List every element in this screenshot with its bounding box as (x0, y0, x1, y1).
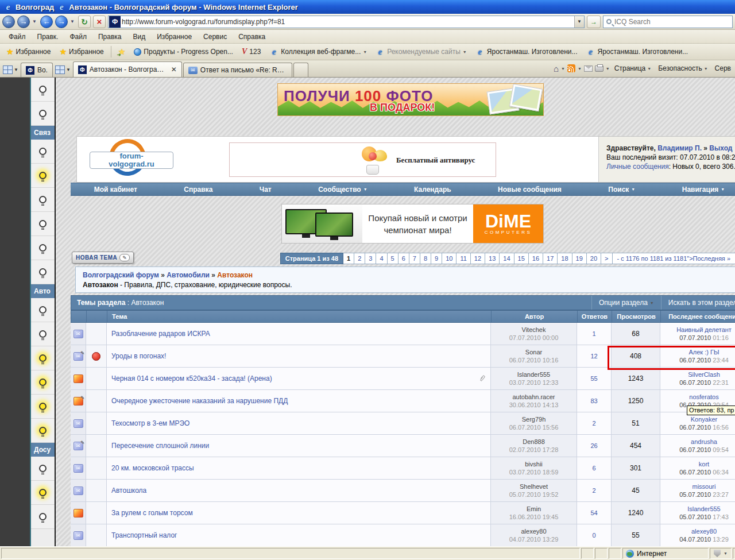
breadcrumb-mid-link[interactable]: Автомобили (167, 271, 210, 279)
sidebar-forum-cell[interactable] (31, 346, 55, 370)
favorites-item-6[interactable]: eРекомендуемые сайты▼ (372, 46, 470, 58)
section-options-button[interactable]: Опции раздела▼ (591, 296, 661, 310)
menu-item-4[interactable]: Вид (128, 32, 151, 42)
page-link-2[interactable]: 2 (354, 253, 365, 264)
page-link-20[interactable]: 20 (587, 253, 601, 264)
menu-item-7[interactable]: Справка (233, 32, 270, 42)
sidebar-forum-cell[interactable] (31, 370, 55, 395)
tab-list-dropdown-icon[interactable]: ▼ (66, 67, 71, 72)
table-header-views[interactable]: Просмотров (612, 311, 661, 322)
menu-item-6[interactable]: Сервис (198, 32, 232, 42)
topic-title-link[interactable]: Автошкола (111, 486, 486, 495)
sidebar-forum-cell[interactable] (31, 212, 55, 236)
address-bar[interactable]: Ф ▼ (108, 16, 585, 28)
forward-button-ghost[interactable]: → (17, 16, 30, 28)
last-poster-link[interactable]: missouri (693, 482, 716, 491)
topic-title-link[interactable]: Техосмотр в 3-ем МРЭО (111, 419, 486, 427)
browser-tab-1[interactable]: ФАвтозакон - Волгоград...✕ (73, 61, 182, 77)
page-link-10[interactable]: 10 (442, 253, 457, 264)
topic-title-link[interactable]: За рулем с голым торсом (111, 509, 486, 517)
favorites-item-5[interactable]: eКоллекция веб-фрагме...▼ (266, 46, 370, 58)
username-link[interactable]: Владимир П. (657, 144, 702, 152)
page-link-5[interactable]: 5 (388, 253, 399, 264)
table-header-replies[interactable]: Ответов (578, 311, 612, 322)
forum-nav-item-7[interactable]: Навигация▼ (682, 186, 725, 194)
page-link-12[interactable]: 12 (471, 253, 485, 264)
favorites-item-8[interactable]: eЯростанмаш. Изготовлени... (582, 46, 691, 58)
sidebar-forum-cell[interactable] (31, 322, 55, 346)
chevron-down-icon[interactable]: ▼ (606, 67, 610, 71)
menu-item-2[interactable]: Файл (64, 32, 92, 42)
home-icon[interactable]: ⌂ (554, 64, 559, 74)
last-poster-link[interactable]: nosferatos (689, 393, 718, 401)
quick-tabs-icon[interactable] (3, 65, 13, 74)
replies-count-link[interactable]: 2 (592, 420, 595, 427)
table-header-lastpost[interactable]: Последнее сообщение (661, 311, 735, 322)
chevron-down-icon[interactable]: ▼ (561, 67, 565, 71)
favorites-item-7[interactable]: eЯростанмаш. Изготовлени... (472, 46, 581, 58)
menu-item-1[interactable]: Правк. (32, 32, 64, 42)
forum-nav-item-2[interactable]: Чат (260, 186, 272, 194)
last-page-link[interactable]: - с 1176 по 1181 из 1181">Последняя » (613, 253, 735, 264)
back-button-ghost[interactable]: ← (2, 16, 15, 28)
forum-nav-item-3[interactable]: Сообщество▼ (318, 186, 367, 194)
sidebar-forum-cell[interactable] (31, 260, 55, 284)
sidebar-forum-cell[interactable] (31, 188, 55, 212)
command-bar-item-0[interactable]: Страница▼ (612, 63, 653, 74)
page-link-14[interactable]: 14 (500, 253, 514, 264)
private-messages-link[interactable]: Личные сообщения (606, 163, 669, 171)
page-link-17[interactable]: 17 (543, 253, 558, 264)
header-ad-antivirus[interactable]: Бесплатный антивирус (229, 142, 496, 177)
page-link-9[interactable]: 9 (431, 253, 442, 264)
last-poster-link[interactable]: Konyaker (691, 415, 717, 423)
replies-count-link[interactable]: 1 (592, 330, 595, 337)
search-box[interactable] (603, 16, 733, 28)
replies-count-link[interactable]: 83 (590, 397, 597, 404)
sidebar-forum-cell[interactable] (31, 395, 55, 419)
table-header-author[interactable]: Автор (492, 311, 578, 322)
command-bar-item-1[interactable]: Безопасность▼ (656, 63, 710, 74)
top-ad-banner[interactable]: ПОЛУЧИ 100 ФОТО В ПОДАРОК! (277, 83, 544, 116)
page-link-3[interactable]: 3 (365, 253, 376, 264)
sidebar-forum-cell[interactable] (31, 298, 55, 322)
sidebar-forum-cell[interactable] (31, 78, 55, 102)
tab-list-dropdown-icon[interactable]: ▼ (14, 67, 18, 72)
stop-button[interactable]: × (93, 16, 106, 28)
address-input[interactable] (122, 18, 574, 26)
favorites-item-2[interactable]: ★ (115, 46, 129, 57)
recent-pages-dropdown-icon[interactable]: ▼ (70, 19, 76, 24)
print-icon[interactable] (595, 65, 604, 72)
replies-count-link[interactable]: 2 (592, 487, 595, 494)
sidebar-section-header[interactable]: Авто (31, 284, 55, 298)
page-link-19[interactable]: 19 (572, 253, 587, 264)
page-link-8[interactable]: 8 (420, 253, 431, 264)
forum-nav-item-0[interactable]: Мой кабинет (94, 186, 137, 194)
sidebar-forum-cell[interactable] (31, 102, 55, 126)
topic-title-link[interactable]: Черная 014 с номером к520ка34 - засада! … (111, 374, 475, 383)
replies-count-link[interactable]: 54 (590, 509, 597, 516)
protected-mode-pane[interactable]: ▼ (710, 548, 732, 559)
page-link-16[interactable]: 16 (529, 253, 543, 264)
quick-tabs-icon[interactable] (55, 65, 65, 74)
go-button[interactable]: → (587, 16, 601, 28)
forum-logo[interactable]: forum-volgograd.ru (85, 139, 183, 180)
replies-count-link[interactable]: 26 (590, 442, 597, 449)
page-link-4[interactable]: 4 (376, 253, 387, 264)
sidebar-forum-cell[interactable] (31, 236, 55, 260)
sidebar-forum-cell[interactable] (31, 140, 55, 164)
sidebar-section-header[interactable]: Досу (31, 443, 55, 457)
logout-link[interactable]: Выход (709, 144, 732, 152)
recent-pages-dropdown-icon[interactable]: ▼ (32, 19, 38, 24)
last-poster-link[interactable]: kort (699, 460, 709, 468)
next-page-link[interactable]: > (601, 253, 612, 264)
sidebar-forum-cell[interactable] (31, 164, 55, 188)
page-link-7[interactable]: 7 (409, 253, 420, 264)
browser-tab-0[interactable]: ФВо. (21, 63, 53, 77)
table-header-topic[interactable]: Тема (107, 311, 492, 322)
page-link-6[interactable]: 6 (399, 253, 409, 264)
browser-tab-2[interactable]: ✉Ответ на письмо «Re: Re: ... (183, 63, 292, 77)
address-dropdown-icon[interactable]: ▼ (574, 16, 584, 28)
sidebar-forum-cell[interactable] (31, 481, 55, 505)
favorites-item-0[interactable]: ★Избранное (3, 46, 54, 57)
forum-nav-item-4[interactable]: Календарь (414, 186, 451, 194)
